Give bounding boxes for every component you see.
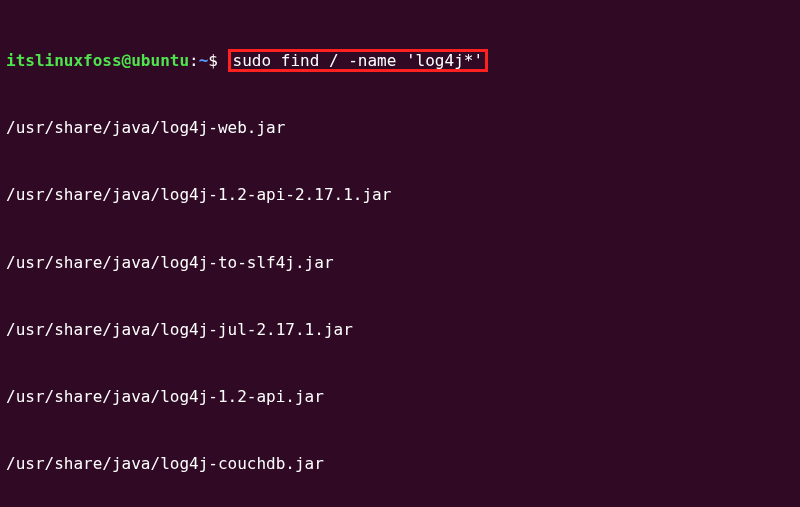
- prompt-path: ~: [199, 51, 209, 70]
- output-line: /usr/share/java/log4j-1.2-api-2.17.1.jar: [6, 184, 794, 206]
- terminal-window[interactable]: itslinuxfoss@ubuntu:~$ sudo find / -name…: [6, 4, 794, 507]
- command-text: sudo find / -name 'log4j*': [233, 51, 483, 70]
- output-line: /usr/share/java/log4j-web.jar: [6, 117, 794, 139]
- output-line: /usr/share/java/log4j-1.2-api.jar: [6, 386, 794, 408]
- prompt-colon: :: [189, 51, 199, 70]
- output-line: /usr/share/java/log4j-jul-2.17.1.jar: [6, 319, 794, 341]
- output-line: /usr/share/java/log4j-couchdb.jar: [6, 453, 794, 475]
- prompt-line: itslinuxfoss@ubuntu:~$ sudo find / -name…: [6, 49, 794, 73]
- output-line: /usr/share/java/log4j-to-slf4j.jar: [6, 252, 794, 274]
- prompt-user-host: itslinuxfoss@ubuntu: [6, 51, 189, 70]
- command-highlight-box: sudo find / -name 'log4j*': [228, 49, 488, 73]
- prompt-dollar: $: [208, 51, 227, 70]
